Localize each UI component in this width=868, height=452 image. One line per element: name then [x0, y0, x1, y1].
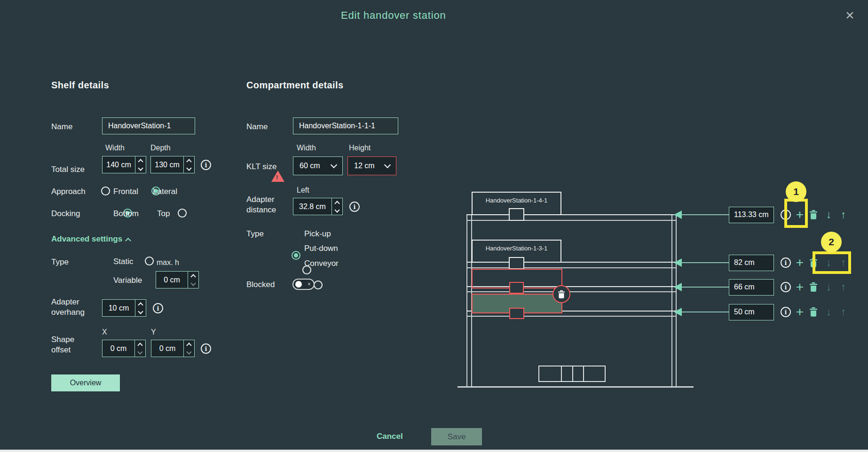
- arrow-left-icon: [674, 283, 682, 291]
- drawer-divider: [572, 366, 573, 381]
- highlight-badge-1: 1: [786, 181, 806, 202]
- measurement-input[interactable]: 50 cm: [729, 304, 774, 320]
- warning-icon: !: [271, 171, 284, 182]
- shape-x-stepper[interactable]: 0 cm: [102, 340, 146, 357]
- compartment-adapter-tab: [509, 208, 524, 221]
- spin-up-icon[interactable]: [138, 302, 143, 307]
- adapter-distance-left-label: Left: [297, 186, 309, 195]
- measurement-input[interactable]: 82 cm: [729, 255, 774, 271]
- move-up-button[interactable]: ↑: [838, 306, 848, 318]
- advanced-settings-toggle[interactable]: Advanced settings: [51, 234, 130, 244]
- type-pickup-radio[interactable]: [292, 251, 300, 260]
- adapter-overhang-stepper[interactable]: 10 cm: [102, 299, 146, 317]
- type-conveyor-radio[interactable]: [314, 281, 323, 289]
- docking-bottom-label[interactable]: Bottom: [113, 209, 139, 219]
- adapter-overhang-spin-buttons[interactable]: [135, 300, 146, 316]
- shelf-level-line: [466, 267, 677, 268]
- total-width-stepper[interactable]: 140 cm: [102, 156, 146, 173]
- chevron-down-icon: [384, 162, 391, 168]
- delete-compartment-button[interactable]: [809, 282, 819, 292]
- total-depth-spin-buttons[interactable]: [183, 156, 194, 173]
- spin-down-icon[interactable]: [334, 207, 339, 212]
- shape-x-spin-buttons[interactable]: [134, 340, 145, 357]
- approach-frontal-radio[interactable]: [101, 187, 110, 195]
- approach-frontal-label[interactable]: Frontal: [113, 187, 138, 197]
- trash-icon: [809, 210, 818, 219]
- add-compartment-button[interactable]: +: [795, 305, 805, 319]
- type-putdown-label[interactable]: Put-down: [304, 243, 338, 254]
- spin-up-icon[interactable]: [190, 274, 196, 279]
- cancel-button[interactable]: Cancel: [377, 432, 403, 441]
- klt-height-select[interactable]: 12 cm: [347, 156, 396, 175]
- save-button[interactable]: Save: [431, 428, 482, 445]
- compartment-name-label: Name: [246, 122, 268, 132]
- shape-x-label: X: [102, 328, 107, 336]
- spin-up-icon[interactable]: [334, 201, 339, 206]
- shape-y-stepper[interactable]: 0 cm: [151, 340, 195, 357]
- measurement-input[interactable]: 66 cm: [729, 279, 774, 296]
- move-down-button[interactable]: ↓: [824, 209, 834, 221]
- type-static-label[interactable]: Static: [113, 257, 134, 267]
- docking-top-label[interactable]: Top: [157, 209, 170, 219]
- info-icon[interactable]: i: [781, 282, 791, 292]
- spin-down-icon[interactable]: [138, 309, 143, 314]
- page-bottom-edge: [0, 450, 868, 452]
- shape-y-label: Y: [151, 328, 156, 336]
- spin-down-icon[interactable]: [186, 349, 191, 354]
- klt-width-label: Width: [297, 144, 316, 152]
- delete-compartment-button[interactable]: [809, 210, 819, 219]
- spin-down-icon[interactable]: [137, 349, 142, 354]
- max-h-spin-buttons[interactable]: [188, 272, 198, 288]
- adapter-distance-info-icon[interactable]: i: [349, 202, 360, 212]
- spin-up-icon[interactable]: [138, 159, 143, 164]
- max-h-stepper[interactable]: 0 cm: [156, 271, 199, 288]
- blocked-toggle[interactable]: ×: [292, 279, 315, 290]
- compartment-delete-button[interactable]: [552, 285, 570, 303]
- approach-lateral-label[interactable]: Lateral: [153, 187, 177, 197]
- spin-up-icon[interactable]: [186, 159, 191, 164]
- delete-compartment-button[interactable]: [809, 307, 819, 317]
- chevron-up-icon: [125, 238, 131, 244]
- dimension-line: [682, 262, 729, 263]
- move-down-button[interactable]: ↓: [824, 281, 834, 293]
- close-icon[interactable]: ×: [845, 8, 854, 23]
- spin-down-icon[interactable]: [186, 165, 191, 171]
- compartment-name-input[interactable]: HandoverStation-1-1-1: [293, 117, 398, 134]
- move-up-button[interactable]: ↑: [838, 281, 848, 293]
- type-conveyor-label[interactable]: Conveyor: [304, 258, 339, 269]
- type-static-radio[interactable]: [145, 257, 154, 265]
- measurement-row: 113.33 cm i + ↓ ↑: [674, 206, 851, 223]
- adapter-overhang-value: 10 cm: [103, 300, 135, 316]
- total-width-spin-buttons[interactable]: [135, 156, 146, 173]
- selected-compartment-adapter-tab: [509, 282, 524, 294]
- adapter-overhang-info-icon[interactable]: i: [153, 303, 163, 313]
- add-compartment-button[interactable]: +: [795, 280, 805, 294]
- adapter-distance-stepper[interactable]: 32.8 cm: [293, 198, 343, 215]
- highlight-box-1: [784, 199, 808, 228]
- add-compartment-button[interactable]: +: [795, 256, 805, 270]
- spin-down-icon[interactable]: [190, 281, 196, 286]
- shelf-name-value: HandoverStation-1: [108, 122, 171, 130]
- shape-y-spin-buttons[interactable]: [183, 340, 194, 357]
- type-variable-label[interactable]: Variable: [113, 275, 142, 286]
- measurement-input[interactable]: 113.33 cm: [729, 207, 774, 223]
- docking-top-radio[interactable]: [178, 209, 187, 218]
- total-depth-stepper[interactable]: 130 cm: [150, 156, 195, 173]
- info-icon[interactable]: i: [781, 307, 791, 317]
- klt-width-select[interactable]: 60 cm: [293, 156, 343, 175]
- adapter-distance-spin-buttons[interactable]: [331, 198, 342, 215]
- total-size-info-icon[interactable]: i: [201, 160, 211, 170]
- blocked-label: Blocked: [246, 280, 275, 290]
- shelf-drawer-box: [538, 366, 606, 382]
- spin-up-icon[interactable]: [137, 343, 142, 348]
- move-down-button[interactable]: ↓: [824, 306, 834, 318]
- type-pickup-label[interactable]: Pick-up: [304, 229, 331, 239]
- shape-offset-info-icon[interactable]: i: [201, 343, 211, 354]
- overview-button[interactable]: Overview: [51, 374, 120, 391]
- info-icon[interactable]: i: [781, 257, 791, 268]
- shelf-name-input[interactable]: HandoverStation-1: [102, 117, 195, 134]
- measurement-row: 66 cm i + ↓ ↑: [674, 279, 851, 296]
- spin-down-icon[interactable]: [138, 165, 143, 171]
- spin-up-icon[interactable]: [186, 343, 191, 348]
- move-up-button[interactable]: ↑: [838, 209, 848, 221]
